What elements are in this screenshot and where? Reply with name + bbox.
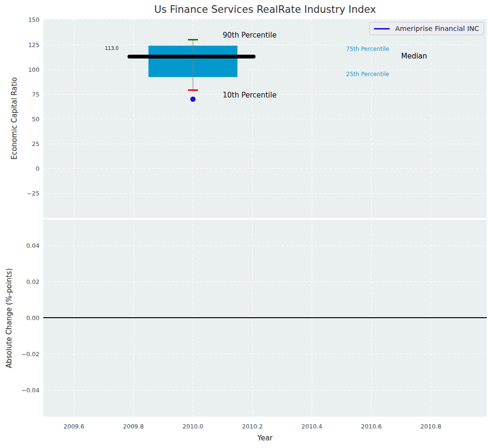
x-tick-label: 2010.4 bbox=[302, 423, 323, 430]
gridline-horizontal bbox=[43, 19, 487, 20]
annotation-25th-percentile: 25th Percentile bbox=[346, 71, 389, 78]
x-tick-label: 2010.6 bbox=[361, 423, 382, 430]
y-tick-label: 25 bbox=[0, 140, 39, 147]
gridline-horizontal bbox=[43, 168, 487, 169]
y-tick-label: 150 bbox=[0, 16, 39, 23]
annotation-75th-percentile: 75th Percentile bbox=[346, 46, 389, 52]
gridline-horizontal bbox=[43, 245, 487, 246]
gridline-horizontal bbox=[43, 69, 487, 70]
y-tick-label: 0 bbox=[0, 165, 39, 172]
gridline-horizontal bbox=[43, 390, 487, 390]
x-tick-label: 2010.2 bbox=[242, 423, 263, 430]
x-tick-label: 2010.8 bbox=[421, 423, 442, 430]
y-tick-label: 100 bbox=[0, 66, 39, 73]
gridline-horizontal bbox=[43, 354, 487, 354]
x-tick-label: 2009.8 bbox=[123, 423, 144, 430]
median-line bbox=[128, 55, 256, 58]
company-data-point bbox=[190, 97, 196, 102]
y-tick-label: −25 bbox=[0, 190, 39, 197]
x-axis-label: Year bbox=[257, 434, 273, 442]
top-plot-area: 90th Percentile10th Percentile75th Perce… bbox=[43, 19, 487, 218]
annotation-90th-percentile: 90th Percentile bbox=[223, 31, 276, 39]
y-tick-label: 50 bbox=[0, 115, 39, 122]
x-tick-label: 2010.0 bbox=[183, 423, 204, 430]
y-tick-label: 125 bbox=[0, 41, 39, 48]
gridline-horizontal bbox=[43, 119, 487, 119]
p10-cap bbox=[188, 89, 198, 91]
y-tick-label: 0.00 bbox=[0, 314, 39, 321]
whisker-line bbox=[193, 39, 193, 90]
y-tick-label: 0.04 bbox=[0, 242, 39, 249]
gridline-horizontal bbox=[43, 282, 487, 282]
p90-cap bbox=[188, 39, 198, 40]
chart-figure: Us Finance Services RealRate Industry In… bbox=[0, 0, 492, 448]
x-tick-label: 2009.6 bbox=[64, 423, 85, 430]
y-tick-label: −0.04 bbox=[0, 387, 39, 394]
chart-title: Us Finance Services RealRate Industry In… bbox=[154, 4, 376, 15]
legend: Ameriprise Financial INC bbox=[369, 22, 484, 35]
bottom-plot-area bbox=[43, 220, 487, 417]
y-tick-label: 75 bbox=[0, 90, 39, 97]
annotation-median: Median bbox=[401, 52, 427, 60]
legend-line-icon bbox=[374, 28, 390, 29]
zero-reference-line bbox=[43, 317, 487, 318]
annotation-10th-percentile: 10th Percentile bbox=[223, 91, 276, 99]
gridline-horizontal bbox=[43, 144, 487, 144]
annotation-113-0: 113.0 bbox=[105, 45, 119, 50]
y-tick-label: −0.02 bbox=[0, 351, 39, 358]
legend-label: Ameriprise Financial INC bbox=[395, 25, 479, 32]
gridline-horizontal bbox=[43, 193, 487, 194]
y-tick-label: 0.02 bbox=[0, 278, 39, 285]
